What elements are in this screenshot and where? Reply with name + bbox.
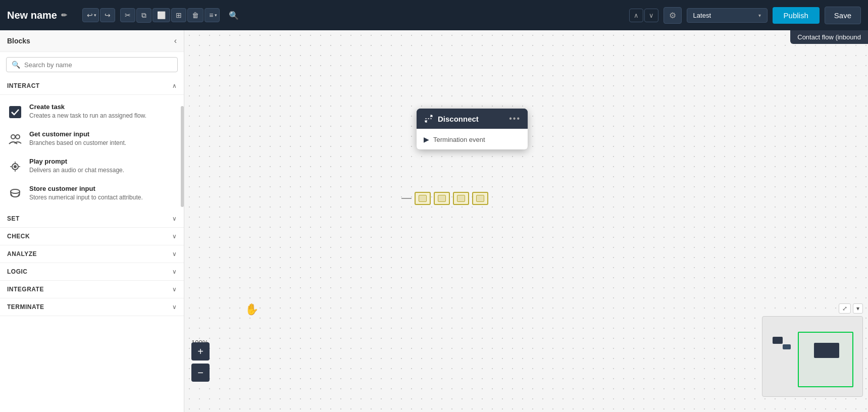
minimap-expand-button[interactable]: ⤢ [839, 303, 851, 314]
version-label: Latest [693, 12, 711, 19]
section-title-set: SET [7, 215, 20, 222]
search-input[interactable] [24, 61, 172, 69]
blocks-list: INTERACT ∧ Create task Creates a new tas… [0, 77, 184, 412]
redo-button[interactable]: ↪ [100, 8, 115, 22]
zoom-out-button[interactable]: − [191, 364, 210, 382]
gear-button[interactable]: ⚙ [663, 7, 682, 24]
analyze-chevron: ∨ [172, 250, 177, 258]
edit-title-icon[interactable]: ✏ [61, 11, 67, 19]
cut-button[interactable]: ✂ [120, 8, 135, 22]
connector-box-inner-3 [457, 195, 465, 202]
toolbar-group-undo: ↩ ▾ ↪ [82, 8, 115, 22]
play-prompt-info: Play prompt Delivers an audio or chat me… [29, 158, 124, 175]
minimap-inner [762, 317, 862, 396]
sidebar-scrollbar[interactable] [181, 106, 184, 207]
section-title-interact: INTERACT [7, 82, 40, 89]
set-chevron: ∨ [172, 215, 177, 222]
connector-box-inner-1 [419, 195, 427, 202]
frame-button[interactable]: ⬜ [152, 8, 170, 22]
create-task-icon [7, 104, 23, 120]
section-title-integrate: INTEGRATE [7, 286, 44, 293]
block-item-store-customer-input[interactable]: Store customer input Stores numerical in… [0, 180, 184, 207]
section-header-set[interactable]: SET ∨ [0, 210, 184, 228]
toolbar-group-edit: ✂ ⧉ ⬜ ⊞ 🗑 ≡ ▾ [120, 8, 220, 23]
check-chevron: ∨ [172, 233, 177, 240]
play-prompt-icon [7, 159, 23, 175]
sidebar-header: Blocks ‹ [0, 30, 184, 52]
play-prompt-name: Play prompt [29, 158, 124, 165]
copy-button[interactable]: ⧉ [136, 8, 151, 23]
delete-button[interactable]: 🗑 [187, 8, 203, 22]
connector-box-inner-2 [438, 195, 446, 202]
logic-chevron: ∨ [172, 268, 177, 275]
main-area: Blocks ‹ 🔍 INTERACT ∧ Create task [0, 30, 868, 412]
title-text: New name [7, 10, 57, 21]
version-arrow: ▾ [758, 13, 761, 18]
contact-flow-label: Contact flow (inbound [790, 30, 868, 44]
svg-point-1 [11, 135, 15, 139]
disconnect-node: Disconnect ••• ▶ Termination event [417, 109, 528, 149]
block-item-play-prompt[interactable]: Play prompt Delivers an audio or chat me… [0, 152, 184, 180]
sidebar-title: Blocks [7, 37, 30, 45]
node-header: Disconnect ••• [417, 109, 528, 129]
connector-box-2[interactable] [434, 192, 450, 205]
section-title-logic: LOGIC [7, 268, 28, 275]
block-item-create-task[interactable]: Create task Creates a new task to run an… [0, 98, 184, 125]
block-item-get-customer-input[interactable]: Get customer input Branches based on cus… [0, 125, 184, 152]
topbar: New name ✏ ↩ ▾ ↪ ✂ ⧉ ⬜ ⊞ 🗑 ≡ ▾ 🔍 ∧ ∨ ⚙ L… [0, 0, 868, 30]
section-header-logic[interactable]: LOGIC ∨ [0, 263, 184, 281]
section-header-terminate[interactable]: TERMINATE ∨ [0, 298, 184, 316]
minimap-controls: ⤢ ▾ [839, 303, 863, 314]
store-customer-input-desc: Stores numerical input to contact attrib… [29, 193, 143, 202]
store-customer-input-name: Store customer input [29, 185, 143, 192]
search-button[interactable]: 🔍 [225, 8, 243, 23]
nav-up-button[interactable]: ∧ [629, 9, 643, 22]
grid-button[interactable]: ⊞ [171, 8, 186, 22]
publish-button[interactable]: Publish [773, 7, 820, 24]
connector-box-inner-4 [476, 195, 484, 202]
play-prompt-desc: Delivers an audio or chat message. [29, 166, 124, 175]
minimap-node-2 [783, 344, 791, 349]
get-customer-input-desc: Branches based on customer intent. [29, 139, 126, 147]
minimap-disconnect-node [814, 343, 839, 358]
svg-rect-0 [9, 106, 21, 118]
connector-box-1[interactable] [415, 192, 431, 205]
section-title-analyze: ANALYZE [7, 250, 37, 258]
section-title-terminate: TERMINATE [7, 303, 44, 311]
minimap-dropdown-button[interactable]: ▾ [853, 303, 863, 314]
minimap [762, 316, 863, 397]
node-title: Disconnect [424, 114, 479, 124]
store-customer-input-info: Store customer input Stores numerical in… [29, 185, 143, 202]
sidebar-collapse-button[interactable]: ‹ [174, 36, 177, 45]
node-row-arrow: ▶ [424, 135, 429, 143]
nav-down-button[interactable]: ∨ [644, 9, 658, 22]
save-button[interactable]: Save [825, 7, 861, 24]
svg-point-4 [14, 165, 17, 168]
terminate-chevron: ∨ [172, 303, 177, 311]
section-header-analyze[interactable]: ANALYZE ∨ [0, 245, 184, 263]
integrate-chevron: ∨ [172, 286, 177, 293]
create-task-name: Create task [29, 103, 146, 111]
node-menu-button[interactable]: ••• [509, 114, 521, 123]
get-customer-input-icon [7, 131, 23, 147]
undo-button[interactable]: ↩ ▾ [82, 8, 99, 22]
node-termination-row: ▶ Termination event [417, 129, 528, 149]
section-header-interact[interactable]: INTERACT ∧ [0, 77, 184, 95]
create-task-info: Create task Creates a new task to run an… [29, 103, 146, 120]
version-selector[interactable]: Latest ▾ [687, 8, 768, 23]
zoom-in-button[interactable]: + [191, 342, 210, 360]
nav-arrows: ∧ ∨ [629, 9, 658, 22]
node-title-text: Disconnect [438, 115, 479, 123]
node-body: ▶ Termination event [417, 129, 528, 149]
node-connectors [401, 192, 488, 205]
connector-box-4[interactable] [472, 192, 488, 205]
sidebar: Blocks ‹ 🔍 INTERACT ∧ Create task [0, 30, 184, 412]
connector-box-3[interactable] [453, 192, 469, 205]
canvas[interactable]: Disconnect ••• ▶ Termination event ✋ 100… [184, 30, 868, 412]
section-header-check[interactable]: CHECK ∨ [0, 228, 184, 245]
search-box: 🔍 [6, 57, 178, 72]
app-title: New name ✏ [7, 10, 67, 21]
section-header-integrate[interactable]: INTEGRATE ∨ [0, 281, 184, 298]
node-termination-label: Termination event [433, 136, 485, 143]
text-button[interactable]: ≡ ▾ [205, 8, 220, 22]
